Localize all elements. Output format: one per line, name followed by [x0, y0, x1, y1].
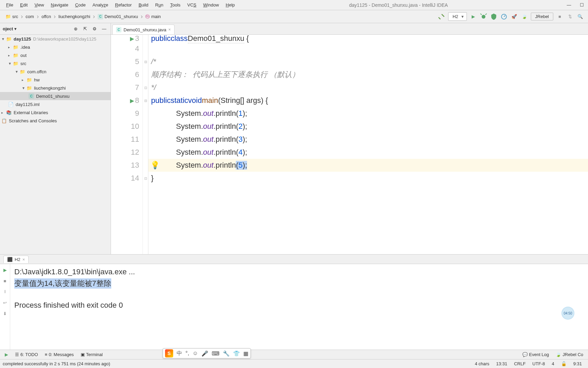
hide-icon[interactable]: —: [100, 25, 108, 33]
menu-run[interactable]: Run: [152, 1, 167, 9]
project-title: oject: [3, 26, 13, 31]
profiler-icon[interactable]: [500, 13, 508, 20]
svg-point-0: [481, 15, 485, 18]
collapse-icon[interactable]: ⇱: [81, 25, 89, 33]
tree-item[interactable]: ▸📁hw: [0, 76, 111, 84]
ime-skin-icon[interactable]: 👕: [233, 350, 240, 357]
menu-bar: File Edit View Navigate Code Analyze Ref…: [0, 0, 588, 10]
menu-view[interactable]: View: [31, 1, 47, 9]
project-header: oject ▾ ⊕ ⇱ ⚙ —: [0, 23, 111, 35]
stop-icon[interactable]: ■: [556, 13, 564, 20]
intention-bulb-icon[interactable]: 💡: [150, 161, 160, 170]
crumb-offcn[interactable]: offcn: [40, 13, 52, 20]
tree-root[interactable]: ▼📁 day1125 D:\ideaworkspace1025\day1125: [0, 35, 111, 43]
tree-item[interactable]: 📄day1125.iml: [0, 100, 111, 108]
class-icon: C: [29, 93, 34, 99]
jrebel-icon[interactable]: 🍃: [521, 13, 528, 20]
tree-scratches[interactable]: 📋Scratches and Consoles: [0, 117, 111, 125]
floating-badge[interactable]: 04:50: [561, 307, 574, 320]
ime-lang-icon[interactable]: 中: [177, 350, 182, 357]
bottom-toolbar: ▶ ☰6: TODO ≡0: Messages ▣Terminal 💬Event…: [0, 350, 588, 359]
window-title: day1125 - Demo01_shunxu.java - IntelliJ …: [349, 2, 448, 8]
soft-wrap-icon[interactable]: ↩: [1, 299, 9, 306]
editor-tab[interactable]: C Demo01_shunxu.java ×: [112, 25, 175, 34]
menu-help[interactable]: Help: [222, 1, 238, 9]
main-toolbar: 📁src› com› offcn› liuchengkongzhi› CDemo…: [0, 10, 588, 23]
tab-run[interactable]: ▶: [1, 351, 12, 358]
tree-item[interactable]: ▸📁.idea: [0, 43, 111, 51]
debug-icon[interactable]: [480, 13, 487, 20]
vcs-icon[interactable]: ⇅: [566, 13, 574, 20]
rerun-icon[interactable]: ▶: [1, 266, 9, 274]
ime-menu-icon[interactable]: ▦: [243, 350, 248, 357]
crumb-main[interactable]: ⓜmain: [144, 13, 162, 20]
status-indent[interactable]: 4: [548, 361, 557, 366]
crumb-com[interactable]: com: [24, 13, 35, 20]
tab-jrebel[interactable]: 🍃JRebel Co: [552, 351, 587, 358]
rocket-icon[interactable]: 🚀: [510, 13, 518, 20]
stop-icon[interactable]: ■: [1, 277, 9, 285]
output-line: D:\Java\jdk1.8.0_191\bin\java.exe ...: [14, 267, 584, 278]
menu-vcs[interactable]: VCS: [184, 1, 200, 9]
tree-item[interactable]: ▸📁out: [0, 51, 111, 59]
jrebel-button[interactable]: JRebel: [531, 13, 553, 20]
menu-tools[interactable]: Tools: [167, 1, 184, 9]
locate-icon[interactable]: ⊕: [72, 25, 79, 33]
menu-code[interactable]: Code: [72, 1, 89, 9]
editor-tabs: C Demo01_shunxu.java ×: [111, 23, 588, 35]
run-gutter-icon[interactable]: ▶: [130, 97, 134, 104]
layout-icon[interactable]: ⫴: [1, 288, 9, 295]
status-encoding[interactable]: UTF-8: [529, 361, 549, 366]
status-position[interactable]: 13:31: [493, 361, 511, 366]
svg-line-1: [480, 13, 481, 15]
svg-line-2: [485, 13, 487, 15]
status-time: 9:31: [570, 361, 585, 366]
tab-event-log[interactable]: 💬Event Log: [519, 351, 553, 358]
tab-terminal[interactable]: ▣Terminal: [77, 351, 106, 358]
menu-window[interactable]: Window: [200, 1, 222, 9]
breadcrumb: 📁src› com› offcn› liuchengkongzhi› CDemo…: [4, 13, 162, 20]
tree-item[interactable]: ▼📁src: [0, 59, 111, 67]
status-separator[interactable]: CRLF: [511, 361, 529, 366]
status-bar: completed successfully in 2 s 751 ms (24…: [0, 359, 588, 368]
tab-todo[interactable]: ☰6: TODO: [12, 351, 42, 358]
tree-item[interactable]: ▼📁liuchengkongzhi: [0, 84, 111, 92]
ime-keyboard-icon[interactable]: ⌨: [212, 350, 219, 357]
sogou-icon[interactable]: S: [165, 349, 173, 357]
crumb-src[interactable]: 📁src: [4, 13, 19, 20]
ime-punct-icon[interactable]: °,: [185, 350, 189, 356]
menu-edit[interactable]: Edit: [17, 1, 31, 9]
menu-navigate[interactable]: Navigate: [47, 1, 71, 9]
menu-refactor[interactable]: Refactor: [112, 1, 135, 9]
export-icon[interactable]: ⬇: [1, 310, 9, 317]
gear-icon[interactable]: ⚙: [91, 25, 98, 33]
ime-tool-icon[interactable]: 🔧: [223, 350, 230, 357]
status-chars: 4 chars: [471, 361, 493, 366]
run-output[interactable]: D:\Java\jdk1.8.0_191\bin\java.exe ... 变量…: [10, 264, 588, 350]
ime-bar[interactable]: S 中 °, ☺ 🎤 ⌨ 🔧 👕 ▦: [163, 348, 251, 358]
menu-file[interactable]: File: [3, 1, 17, 9]
search-icon[interactable]: 🔍: [576, 13, 584, 20]
menu-build[interactable]: Build: [135, 1, 152, 9]
tree-item-selected[interactable]: CDemo01_shunxu: [0, 92, 111, 100]
status-lock-icon[interactable]: 🔓: [558, 361, 570, 366]
tree-external-libs[interactable]: ▸📚External Libraries: [0, 108, 111, 117]
tab-messages[interactable]: ≡0: Messages: [42, 351, 77, 358]
crumb-package[interactable]: liuchengkongzhi: [57, 13, 92, 20]
minimize-icon[interactable]: —: [566, 2, 572, 9]
menu-analyze[interactable]: Analyze: [89, 1, 112, 9]
class-icon: C: [116, 27, 121, 32]
maximize-icon[interactable]: ☐: [578, 2, 585, 9]
tree-item[interactable]: ▼📁com.offcn: [0, 67, 111, 76]
close-icon[interactable]: ×: [22, 257, 25, 262]
crumb-class[interactable]: CDemo01_shunxu: [96, 13, 139, 20]
coverage-icon[interactable]: [490, 13, 497, 20]
ime-mic-icon[interactable]: 🎤: [201, 350, 208, 357]
run-config-select[interactable]: H2: [448, 12, 467, 21]
ime-emoji-icon[interactable]: ☺: [193, 350, 198, 356]
close-icon[interactable]: ×: [168, 27, 171, 32]
run-gutter-icon[interactable]: ▶: [130, 35, 134, 42]
run-tab[interactable]: ⬛ H2 ×: [3, 256, 29, 263]
run-icon[interactable]: ▶: [470, 13, 477, 20]
hammer-icon[interactable]: [438, 13, 445, 20]
